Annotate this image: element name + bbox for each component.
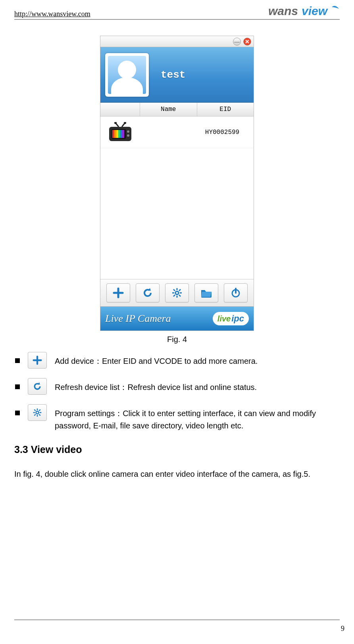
- bullet-marker: [15, 384, 20, 389]
- svg-line-20: [179, 295, 181, 296]
- minimize-button[interactable]: —: [233, 38, 241, 46]
- power-icon: [231, 288, 241, 298]
- column-name[interactable]: Name: [140, 103, 197, 116]
- refresh-button[interactable]: [136, 283, 160, 302]
- list-item: Program settings：Click it to enter setti…: [15, 403, 339, 432]
- refresh-icon: [142, 287, 153, 298]
- svg-rect-11: [122, 130, 124, 138]
- add-device-icon-button: [28, 352, 47, 369]
- power-button[interactable]: [224, 283, 248, 302]
- column-eid[interactable]: EID: [197, 103, 254, 116]
- app-banner: Live IP Camera liveipc: [100, 307, 254, 331]
- list-item: Add device：Enter EID and VCODE to add mo…: [15, 351, 339, 369]
- svg-line-30: [34, 409, 35, 411]
- refresh-icon: [33, 382, 42, 391]
- plus-icon: [33, 355, 42, 365]
- footer-rule: [14, 619, 340, 620]
- svg-text:wans: wans: [268, 5, 298, 17]
- refresh-icon-button: [28, 378, 47, 395]
- settings-icon-button: [28, 404, 47, 421]
- folder-icon: [200, 288, 212, 298]
- open-folder-button[interactable]: [194, 283, 218, 302]
- device-table-header: Name EID: [100, 103, 254, 117]
- window-titlebar: — ✕: [100, 36, 254, 47]
- plus-icon: [113, 287, 124, 298]
- svg-line-32: [34, 414, 35, 415]
- table-row[interactable]: HY0002599: [100, 117, 254, 148]
- bullet-text: Refresh device list：Refresh device list …: [55, 377, 339, 394]
- header-url-link[interactable]: http://www.wansview.com: [14, 10, 90, 18]
- bullet-marker: [15, 358, 20, 363]
- banner-text: Live IP Camera: [105, 313, 208, 325]
- brand-logo: wans view: [268, 5, 340, 18]
- svg-line-21: [173, 295, 175, 296]
- svg-line-31: [39, 414, 40, 415]
- column-handle: [100, 103, 140, 116]
- svg-point-25: [36, 411, 39, 414]
- list-item: Refresh device list：Refresh device list …: [15, 377, 339, 395]
- svg-line-22: [179, 289, 181, 291]
- svg-text:view: view: [302, 5, 328, 17]
- svg-line-19: [173, 289, 175, 291]
- device-list-empty: [100, 148, 254, 279]
- gear-icon: [33, 408, 42, 417]
- svg-point-13: [127, 134, 129, 137]
- page-number: 9: [341, 625, 344, 633]
- svg-rect-6: [112, 130, 114, 138]
- liveipc-badge: liveipc: [213, 312, 249, 325]
- bullet-text: Add device：Enter EID and VCODE to add mo…: [55, 351, 339, 367]
- bullet-text: Program settings：Click it to enter setti…: [55, 403, 339, 432]
- svg-rect-7: [114, 130, 116, 138]
- badge-live: live: [217, 314, 231, 323]
- close-button[interactable]: ✕: [243, 38, 251, 46]
- add-device-button[interactable]: [106, 283, 130, 302]
- page-header: http://www.wansview.com wans view: [14, 5, 340, 20]
- profile-bar: test: [100, 47, 254, 103]
- avatar: [105, 53, 149, 97]
- bullet-list: Add device：Enter EID and VCODE to add mo…: [14, 351, 340, 432]
- section-heading: 3.3 View video: [14, 444, 340, 455]
- username-label: test: [161, 69, 185, 81]
- svg-line-33: [39, 409, 40, 411]
- svg-rect-9: [118, 130, 120, 138]
- device-eid: HY0002599: [195, 129, 254, 136]
- settings-button[interactable]: [165, 283, 189, 302]
- badge-ipc: ipc: [231, 313, 244, 324]
- app-window: — ✕ test Name EID: [100, 36, 254, 331]
- svg-rect-10: [120, 130, 122, 138]
- bullet-marker: [15, 411, 20, 415]
- app-toolbar: [100, 279, 254, 307]
- svg-point-12: [127, 130, 129, 133]
- figure-caption: Fig. 4: [14, 335, 340, 344]
- tv-icon: [108, 122, 133, 143]
- svg-point-14: [175, 291, 179, 294]
- section-paragraph: In fig. 4, double click online camera ca…: [14, 467, 340, 481]
- device-icon-cell: [100, 122, 140, 143]
- svg-rect-8: [116, 130, 118, 138]
- gear-icon: [171, 287, 183, 298]
